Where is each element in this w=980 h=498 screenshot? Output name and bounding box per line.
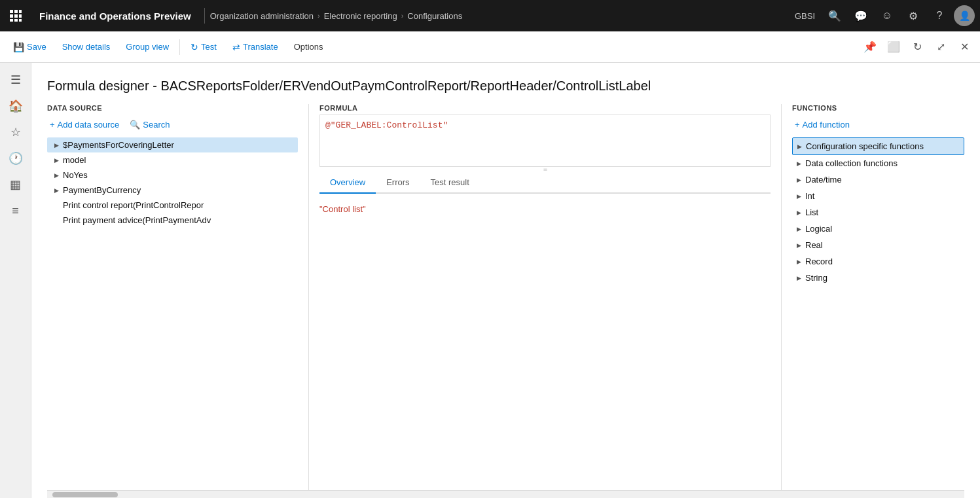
smiley-icon[interactable]: ☺ <box>875 4 899 27</box>
chevron-right-icon: ▶ <box>795 143 803 151</box>
chevron-right-icon: ▶ <box>52 141 60 149</box>
nav-modules-icon[interactable]: ≡ <box>4 199 27 222</box>
translate-label: Translate <box>243 42 278 52</box>
function-item-record[interactable]: ▶ Record <box>792 253 964 270</box>
nav-home-icon[interactable]: 🏠 <box>4 94 27 118</box>
add-function-label: Add function <box>803 120 850 130</box>
datasource-tree: ▶ $PaymentsForCoveringLetter ▶ model ▶ N… <box>47 137 298 490</box>
grid-menu-icon[interactable] <box>5 5 26 26</box>
show-details-button[interactable]: Show details <box>54 31 118 63</box>
tree-item-model[interactable]: ▶ model <box>47 152 298 168</box>
add-function-button[interactable]: + Add function <box>792 117 852 132</box>
formula-label: FORMULA <box>319 104 771 112</box>
function-label: Record <box>805 257 833 266</box>
svg-rect-0 <box>10 10 13 13</box>
pop-out-icon[interactable]: ⤢ <box>930 37 951 58</box>
function-label: Date/time <box>805 175 842 185</box>
overview-value: "Control list" <box>319 204 366 214</box>
tree-item-label: Print control report(PrintControlRepor <box>63 200 204 210</box>
chevron-right-icon: ▶ <box>52 156 60 164</box>
expand-icon[interactable]: ⬜ <box>883 37 904 58</box>
tree-item-noyes[interactable]: ▶ NoYes <box>47 168 298 183</box>
chevron-right-icon: ▶ <box>795 176 803 184</box>
tab-test-result[interactable]: Test result <box>420 172 480 194</box>
function-item-list[interactable]: ▶ List <box>792 204 964 221</box>
horizontal-scrollbar[interactable] <box>47 490 964 498</box>
group-view-button[interactable]: Group view <box>118 31 177 63</box>
search-label: Search <box>143 120 170 130</box>
toolbar-separator <box>179 39 180 55</box>
resize-handle[interactable]: ＝ <box>319 167 771 172</box>
function-item-datetime[interactable]: ▶ Date/time <box>792 171 964 188</box>
chevron-right-icon: ▶ <box>795 160 803 168</box>
breadcrumb-er[interactable]: Electronic reporting <box>324 11 397 21</box>
add-datasource-label: Add data source <box>58 120 120 130</box>
org-code: GBSI <box>789 11 820 21</box>
function-item-datacoll[interactable]: ▶ Data collection functions <box>792 155 964 171</box>
topbar-divider <box>204 8 205 24</box>
left-nav: ☰ 🏠 ☆ 🕐 ▦ ≡ <box>0 63 31 498</box>
settings-icon[interactable]: ⚙ <box>901 4 925 27</box>
help-icon[interactable]: ? <box>928 4 951 27</box>
svg-rect-4 <box>14 14 18 18</box>
tree-item-printcontrol[interactable]: ▶ Print control report(PrintControlRepor <box>47 198 298 213</box>
function-item-int[interactable]: ▶ Int <box>792 188 964 204</box>
chat-icon[interactable]: 💬 <box>849 4 873 27</box>
tabs: Overview Errors Test result <box>319 172 771 194</box>
search-icon[interactable]: 🔍 <box>823 4 846 27</box>
nav-favorites-icon[interactable]: ☆ <box>4 120 27 144</box>
svg-rect-2 <box>19 10 22 13</box>
function-item-string[interactable]: ▶ String <box>792 270 964 286</box>
nav-recent-icon[interactable]: 🕐 <box>4 147 27 170</box>
avatar[interactable]: 👤 <box>954 5 975 26</box>
breadcrumb-sep-2: › <box>401 12 404 20</box>
test-button[interactable]: ↻ Test <box>183 31 225 63</box>
tree-item-payments[interactable]: ▶ $PaymentsForCoveringLetter <box>47 137 298 152</box>
tree-item-paybycurrency[interactable]: ▶ PaymentByCurrency <box>47 183 298 198</box>
breadcrumb-org[interactable]: Organization administration <box>210 11 314 21</box>
function-label: Real <box>805 240 823 250</box>
save-icon: 💾 <box>13 42 24 52</box>
translate-button[interactable]: ⇄ Translate <box>225 31 286 63</box>
search-button[interactable]: 🔍 Search <box>127 117 172 132</box>
chevron-right-icon: ▶ <box>795 225 803 233</box>
nav-menu-icon[interactable]: ☰ <box>4 68 27 92</box>
nav-workspaces-icon[interactable]: ▦ <box>4 173 27 196</box>
svg-rect-3 <box>10 14 13 18</box>
add-datasource-button[interactable]: + Add data source <box>47 117 122 132</box>
tab-overview[interactable]: Overview <box>319 172 376 194</box>
tree-item-label: PaymentByCurrency <box>63 185 141 195</box>
scroll-thumb[interactable] <box>52 492 118 497</box>
functions-actions: + Add function <box>792 117 964 132</box>
overview-content: "Control list" <box>319 199 771 219</box>
svg-rect-7 <box>14 19 18 22</box>
chevron-right-icon: ▶ <box>795 209 803 217</box>
function-item-real[interactable]: ▶ Real <box>792 237 964 253</box>
tab-errors[interactable]: Errors <box>376 172 420 194</box>
chevron-right-icon: ▶ <box>52 187 60 194</box>
datasource-panel: DATA SOURCE + Add data source 🔍 Search ▶… <box>47 104 309 490</box>
pin-icon[interactable]: 📌 <box>860 37 880 58</box>
close-icon[interactable]: ✕ <box>954 37 975 58</box>
tree-item-label: NoYes <box>63 170 88 180</box>
plus-icon: + <box>795 120 800 130</box>
toolbar-right-actions: 📌 ⬜ ↻ ⤢ ✕ <box>860 37 975 58</box>
breadcrumb-config[interactable]: Configurations <box>407 11 462 21</box>
refresh-icon[interactable]: ↻ <box>907 37 928 58</box>
save-button[interactable]: 💾 Save <box>5 31 54 63</box>
app-title: Finance and Operations Preview <box>31 10 199 22</box>
function-item-logical[interactable]: ▶ Logical <box>792 221 964 237</box>
formula-panel: FORMULA @"GER_LABEL:ControlList" ＝ Overv… <box>309 104 781 490</box>
function-label: Logical <box>805 224 832 234</box>
save-label: Save <box>27 42 46 52</box>
function-item-config[interactable]: ▶ Configuration specific functions <box>792 137 964 155</box>
options-label: Options <box>286 31 331 63</box>
formula-code: @"GER_LABEL:ControlList" <box>325 120 448 130</box>
svg-rect-8 <box>19 19 22 22</box>
content-area: Formula designer - BACSReportsFolder/ERV… <box>31 63 980 498</box>
tree-item-label: model <box>63 155 86 165</box>
tree-item-label: $PaymentsForCoveringLetter <box>63 140 174 150</box>
tree-item-printpayment[interactable]: ▶ Print payment advice(PrintPaymentAdv <box>47 213 298 228</box>
chevron-right-icon: ▶ <box>795 274 803 282</box>
formula-editor[interactable]: @"GER_LABEL:ControlList" <box>319 115 771 167</box>
